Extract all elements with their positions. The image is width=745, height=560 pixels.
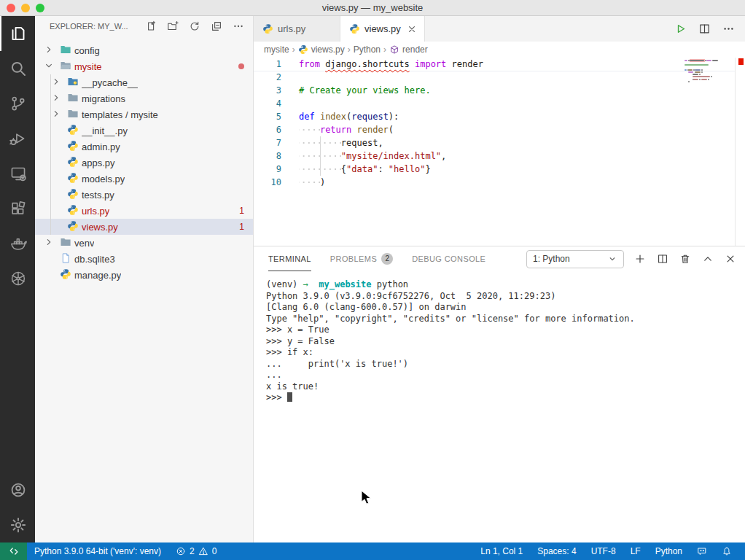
activity-kubernetes[interactable] [0,261,35,296]
status-cursor-position[interactable]: Ln 1, Col 1 [473,542,530,560]
close-panel-button[interactable] [725,253,736,265]
tree-item-label: __pycache__ [82,77,138,88]
tree-item-views-py[interactable]: views.py1 [35,219,253,235]
terminal[interactable]: (venv) → my_website pythonPython 3.9.0 (… [254,271,745,542]
tree-item-init-py[interactable]: __init__.py [35,122,253,139]
tree-item-templates-mysite[interactable]: templates / mysite [35,106,253,122]
more-actions-button[interactable] [722,23,735,35]
error-icon [176,546,186,556]
activity-search[interactable] [0,51,35,86]
panel-tab-terminal[interactable]: TERMINAL [268,246,311,271]
status-python-interpreter[interactable]: Python 3.9.0 64-bit ('venv': venv) [27,542,168,560]
code-editor[interactable]: 1from django.shortcuts import render23# … [254,58,745,246]
python-icon [67,188,82,202]
code-line-content: {"data": "hello"} [292,163,431,176]
more-actions-button[interactable] [233,20,244,32]
kill-terminal-button[interactable] [679,253,691,265]
status-encoding[interactable]: UTF-8 [584,542,623,560]
terminal-select[interactable]: 1: Python [526,250,624,268]
tree-item-models-py[interactable]: models.py [35,171,253,187]
new-file-button[interactable] [145,20,157,32]
tree-item-label: urls.py [82,206,109,217]
status-indentation[interactable]: Spaces: 4 [530,542,583,560]
activity-extensions[interactable] [0,191,35,226]
tree-item-venv[interactable]: venv [35,235,253,251]
terminal-line: (venv) → my_website python [266,279,745,291]
breadcrumb-item-views-py[interactable]: views.py [298,44,345,55]
code-line-content [292,71,299,84]
new-terminal-button[interactable] [634,253,646,265]
chevron-right-icon[interactable] [51,93,61,105]
code-line-content [292,97,299,110]
activity-settings[interactable] [0,508,35,542]
new-folder-button[interactable] [167,20,179,32]
error-count: 2 [190,546,195,556]
minimap[interactable] [682,59,733,147]
status-notifications[interactable] [714,542,739,560]
chevron-down-icon[interactable] [44,61,54,73]
tab-label: urls.py [278,23,305,34]
tab-views-py[interactable]: views.py [340,16,425,42]
tree-item-tests-py[interactable]: tests.py [35,187,253,203]
activity-docker[interactable] [0,226,35,261]
tab-urls-py[interactable]: urls.py [254,16,340,42]
activity-account[interactable] [0,472,35,508]
folder-open-icon [60,60,71,74]
python-icon [60,268,71,282]
symbol-namespace-icon [389,44,399,55]
refresh-button[interactable] [189,20,200,32]
activity-bar [0,16,35,542]
line-number: 9 [254,163,292,176]
status-problems[interactable]: 20 [168,542,224,560]
docker-icon [9,235,27,252]
refresh-icon [189,20,200,32]
tree-item-mysite[interactable]: mysite [35,58,253,74]
breadcrumb-label: render [402,44,428,55]
chevron-right-icon[interactable] [51,77,61,89]
tree-item-config[interactable]: config [35,42,253,58]
status-language-mode[interactable]: Python [648,542,690,560]
status-feedback[interactable] [690,542,714,560]
python-icon [67,124,82,138]
tree-item-apps-py[interactable]: apps.py [35,155,253,171]
python-icon [67,220,82,234]
close-icon[interactable] [407,24,417,34]
breadcrumb-item-python[interactable]: Python [354,44,381,55]
code-line-3: 3# Create your views here. [254,84,745,97]
tree-item-label: views.py [82,222,118,233]
title-bar: views.py — my_website [0,0,745,16]
status-eol[interactable]: LF [623,542,648,560]
line-number: 8 [254,149,292,163]
run-python-file-button[interactable] [674,23,687,35]
split-editor-button[interactable] [698,23,711,35]
tree-item-manage-py[interactable]: manage.py [35,267,253,283]
tree-item-label: __init__.py [82,125,128,136]
tree-item-admin-py[interactable]: admin.py [35,139,253,155]
chevron-right-icon[interactable] [44,237,54,249]
activity-remote-explorer[interactable] [0,156,35,191]
panel-tab-problems[interactable]: PROBLEMS2 [330,246,393,271]
folder-icon [67,92,82,106]
terminal-cursor [287,392,292,402]
breadcrumb-item-render[interactable]: render [389,44,428,55]
panel-tab-debug-console[interactable]: DEBUG CONSOLE [412,246,485,271]
terminal-select-value: 1: Python [533,254,570,264]
tree-item-db-sqlite3[interactable]: db.sqlite3 [35,251,253,267]
activity-source-control[interactable] [0,86,35,121]
collapse-all-icon [211,20,222,32]
activity-run-debug[interactable] [0,121,35,156]
chevron-right-icon[interactable] [44,44,54,57]
breadcrumb-item-mysite[interactable]: mysite [264,44,289,55]
split-terminal-button[interactable] [657,253,668,265]
tree-item-migrations[interactable]: migrations [35,90,253,106]
tree-item-urls-py[interactable]: urls.py1 [35,203,253,219]
terminal-line: >>> x = True [266,324,745,336]
status-remote-indicator[interactable] [0,542,27,560]
tree-item-pycache[interactable]: __pycache__ [35,74,253,90]
python-icon [67,156,79,170]
maximize-panel-button[interactable] [702,253,714,265]
chevron-right-icon[interactable] [51,109,61,121]
folder-config-icon [60,44,74,58]
activity-explorer[interactable] [0,16,35,51]
collapse-all-button[interactable] [211,20,222,32]
